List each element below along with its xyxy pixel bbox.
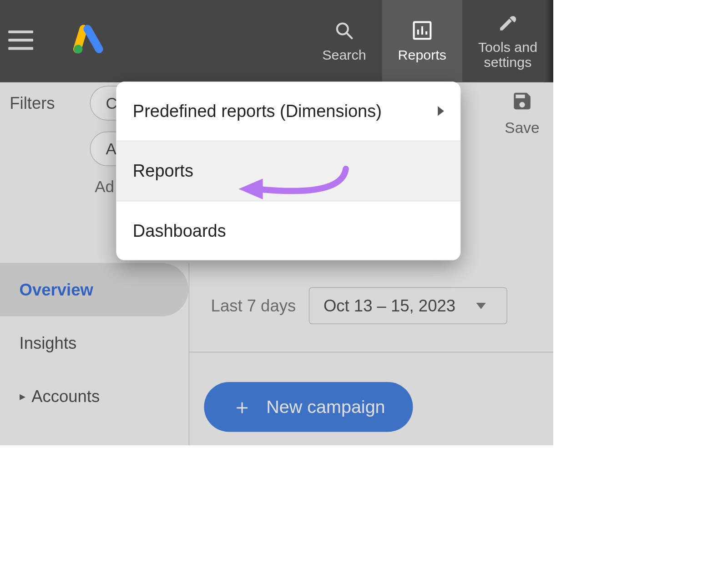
filters-row: Filters — [10, 93, 55, 112]
search-icon — [334, 20, 355, 41]
sidebar-item-overview[interactable]: Overview — [0, 263, 188, 316]
menu-icon[interactable] — [8, 31, 33, 50]
dropdown-item-reports[interactable]: Reports — [116, 142, 460, 200]
wrench-icon — [497, 12, 518, 33]
new-campaign-label: New campaign — [266, 397, 385, 418]
chip-text: A — [106, 139, 116, 158]
sidebar: Overview Insights ▸ Accounts — [0, 263, 188, 423]
sidebar-item-accounts[interactable]: ▸ Accounts — [0, 370, 188, 423]
dropdown-item-predefined-reports[interactable]: Predefined reports (Dimensions) — [116, 82, 460, 140]
date-range-value: Oct 13 – 15, 2023 — [324, 296, 455, 316]
dropdown-item-dashboards[interactable]: Dashboards — [116, 201, 460, 260]
search-button[interactable]: Search — [306, 0, 382, 82]
chevron-right-icon: ▸ — [20, 389, 25, 403]
dropdown-item-label: Dashboards — [133, 221, 226, 241]
divider — [188, 352, 553, 352]
chevron-down-icon — [476, 303, 486, 309]
save-label: Save — [505, 119, 539, 136]
svg-point-0 — [74, 45, 82, 53]
sidebar-item-label: Overview — [20, 280, 93, 299]
date-range-select[interactable]: Oct 13 – 15, 2023 — [309, 287, 507, 324]
sidebar-item-label: Insights — [20, 333, 77, 352]
date-range-label: Last 7 days — [211, 296, 296, 316]
reports-button[interactable]: Reports — [382, 0, 462, 82]
sidebar-item-insights[interactable]: Insights — [0, 316, 188, 370]
tools-settings-button[interactable]: Tools and settings — [462, 0, 553, 82]
chevron-right-icon — [438, 106, 444, 116]
reports-dropdown: Predefined reports (Dimensions) Reports … — [116, 82, 460, 260]
google-ads-logo-icon — [73, 24, 104, 55]
save-button[interactable]: Save — [505, 90, 539, 137]
header-edge — [544, 0, 553, 82]
sidebar-item-label: Accounts — [31, 387, 100, 406]
search-label: Search — [322, 47, 366, 62]
dropdown-item-label: Predefined reports (Dimensions) — [133, 101, 382, 121]
svg-line-2 — [347, 33, 352, 38]
bar-chart-icon — [412, 20, 433, 41]
reports-label: Reports — [398, 47, 446, 62]
chip-text: C — [106, 94, 117, 112]
vertical-divider — [188, 263, 189, 446]
date-range-row: Last 7 days Oct 13 – 15, 2023 — [211, 287, 507, 324]
app-header: Search Reports Tools and settings — [0, 0, 553, 82]
new-campaign-button[interactable]: ＋ New campaign — [204, 382, 413, 432]
filters-label: Filters — [10, 93, 55, 112]
save-icon — [511, 90, 533, 112]
tools-settings-label: Tools and settings — [478, 40, 537, 70]
dropdown-item-label: Reports — [133, 161, 193, 181]
